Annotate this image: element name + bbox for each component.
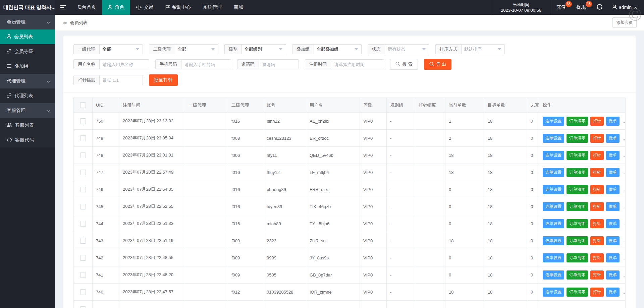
order-clear-button[interactable]: 订单清零 xyxy=(567,288,588,297)
filter-stack-group-select[interactable]: 叠加组 全部叠加组 xyxy=(292,44,362,54)
make-order-button[interactable]: 做单 xyxy=(606,202,620,211)
recharge-button[interactable]: 充值 38 xyxy=(551,0,571,15)
register-time-input[interactable] xyxy=(331,62,384,67)
more-actions-button[interactable]: ... xyxy=(622,187,626,192)
order-clear-button[interactable]: 订单清零 xyxy=(567,236,588,245)
row-checkbox[interactable] xyxy=(80,204,86,209)
order-clear-button[interactable]: 订单清零 xyxy=(567,134,588,143)
order-clear-button[interactable]: 订单清零 xyxy=(567,117,588,126)
row-checkbox[interactable] xyxy=(80,221,86,227)
chain-order-settings-button[interactable]: 连单设置 xyxy=(543,288,564,297)
username-input[interactable] xyxy=(100,62,149,67)
needle-range-input[interactable] xyxy=(100,78,143,83)
chain-order-settings-button[interactable]: 连单设置 xyxy=(543,253,564,262)
inject-button[interactable]: 打针 xyxy=(590,134,604,143)
sidebar-toggle-button[interactable] xyxy=(55,0,71,15)
row-checkbox[interactable] xyxy=(80,187,86,192)
make-order-button[interactable]: 做单 xyxy=(606,270,620,280)
filter-agent2-select[interactable]: 二级代理 全部 xyxy=(149,44,218,54)
filter-sort-select[interactable]: 排序方式 默认排序 xyxy=(435,44,505,54)
chain-order-settings-button[interactable]: 连单设置 xyxy=(543,134,564,143)
row-checkbox[interactable] xyxy=(80,238,86,244)
order-clear-button[interactable]: 订单清零 xyxy=(567,202,588,211)
filter-status-select[interactable]: 状态 所有状态 xyxy=(368,44,429,54)
row-checkbox[interactable] xyxy=(80,255,86,261)
sidebar-item-service-list[interactable]: 客服列表 xyxy=(0,118,55,133)
chain-order-settings-button[interactable]: 连单设置 xyxy=(543,270,564,280)
more-actions-button[interactable]: ... xyxy=(622,255,626,260)
row-checkbox[interactable] xyxy=(80,272,86,278)
nav-item-trade[interactable]: 交易 xyxy=(130,0,159,15)
make-order-button[interactable]: 做单 xyxy=(606,253,620,262)
order-clear-button[interactable]: 订单清零 xyxy=(567,168,588,177)
order-clear-button[interactable]: 订单清零 xyxy=(567,219,588,228)
sidebar-item-member-level[interactable]: 会员等级 xyxy=(0,44,55,59)
sidebar-group-agent-management[interactable]: 代理管理 xyxy=(0,74,55,88)
inject-button[interactable]: 打针 xyxy=(590,288,604,297)
invite-code-input[interactable] xyxy=(259,62,299,67)
phone-input[interactable] xyxy=(181,62,231,67)
chain-order-settings-button[interactable]: 连单设置 xyxy=(543,151,564,160)
more-actions-button[interactable]: ... xyxy=(622,272,626,278)
make-order-button[interactable]: 做单 xyxy=(606,168,620,177)
chain-order-settings-button[interactable]: 连单设置 xyxy=(543,117,564,126)
row-checkbox[interactable] xyxy=(80,118,86,124)
row-checkbox[interactable] xyxy=(80,170,86,175)
sidebar-item-service-code[interactable]: 客服代码 xyxy=(0,133,55,147)
chain-order-settings-button[interactable]: 连单设置 xyxy=(543,168,564,177)
more-actions-button[interactable]: ... xyxy=(622,221,626,226)
inject-button[interactable]: 打针 xyxy=(590,270,604,280)
withdraw-button[interactable]: 提现 15 xyxy=(571,0,591,15)
row-checkbox[interactable] xyxy=(80,135,86,141)
more-actions-button[interactable]: ... xyxy=(622,290,626,295)
add-member-button[interactable]: 添加会员 xyxy=(612,17,637,28)
export-button[interactable]: 导 出 xyxy=(424,59,452,70)
make-order-button[interactable]: 做单 xyxy=(606,151,620,160)
batch-inject-button[interactable]: 批量打针 xyxy=(149,74,178,86)
nav-item-dashboard[interactable]: 后台首页 xyxy=(71,0,102,15)
make-order-button[interactable]: 做单 xyxy=(606,117,620,126)
chain-order-settings-button[interactable]: 连单设置 xyxy=(543,185,564,194)
filter-level-select[interactable]: 级别 全部级别 xyxy=(224,44,286,54)
inject-button[interactable]: 打针 xyxy=(590,202,604,211)
inject-button[interactable]: 打针 xyxy=(590,168,604,177)
inject-button[interactable]: 打针 xyxy=(590,185,604,194)
chain-order-settings-button[interactable]: 连单设置 xyxy=(543,219,564,228)
inject-button[interactable]: 打针 xyxy=(590,236,604,245)
row-checkbox[interactable] xyxy=(80,306,86,308)
more-actions-button[interactable]: ... xyxy=(622,153,626,158)
inject-button[interactable]: 打针 xyxy=(590,253,604,262)
inject-button[interactable]: 打针 xyxy=(590,117,604,126)
user-menu[interactable]: admin xyxy=(608,0,644,15)
make-order-button[interactable]: 做单 xyxy=(606,134,620,143)
order-clear-button[interactable]: 订单清零 xyxy=(567,151,588,160)
make-order-button[interactable]: 做单 xyxy=(606,236,620,245)
search-button[interactable]: 搜 索 xyxy=(390,59,418,70)
nav-item-mall[interactable]: 商城 xyxy=(228,0,249,15)
sidebar-item-agent-list[interactable]: 代理列表 xyxy=(0,88,55,103)
row-checkbox[interactable] xyxy=(80,289,86,295)
order-clear-button[interactable]: 订单清零 xyxy=(567,253,588,262)
chain-order-settings-button[interactable]: 连单设置 xyxy=(543,236,564,245)
nav-item-roles[interactable]: 角色 xyxy=(102,0,130,15)
more-actions-button[interactable]: ... xyxy=(622,170,626,175)
more-actions-button[interactable]: ... xyxy=(622,136,626,141)
chain-order-settings-button[interactable]: 连单设置 xyxy=(543,202,564,211)
order-clear-button[interactable]: 订单清零 xyxy=(567,185,588,194)
order-clear-button[interactable]: 订单清零 xyxy=(567,270,588,280)
sidebar-item-stack-group[interactable]: 叠加组 xyxy=(0,59,55,74)
sidebar-group-member-management[interactable]: 会员管理 xyxy=(0,15,55,29)
inject-button[interactable]: 打针 xyxy=(590,151,604,160)
more-actions-button[interactable]: ... xyxy=(622,204,626,209)
make-order-button[interactable]: 做单 xyxy=(606,185,620,194)
nav-item-system[interactable]: 系统管理 xyxy=(197,0,228,15)
more-actions-button[interactable]: ... xyxy=(622,119,626,124)
inject-button[interactable]: 打针 xyxy=(590,219,604,228)
make-order-button[interactable]: 做单 xyxy=(606,219,620,228)
refresh-button[interactable] xyxy=(591,0,608,15)
sidebar-item-member-list[interactable]: 会员列表 xyxy=(0,29,55,44)
sidebar-group-service-management[interactable]: 客服管理 xyxy=(0,103,55,118)
nav-item-help-center[interactable]: 帮助中心 xyxy=(159,0,197,15)
select-all-checkbox[interactable] xyxy=(80,102,86,108)
make-order-button[interactable]: 做单 xyxy=(606,288,620,297)
